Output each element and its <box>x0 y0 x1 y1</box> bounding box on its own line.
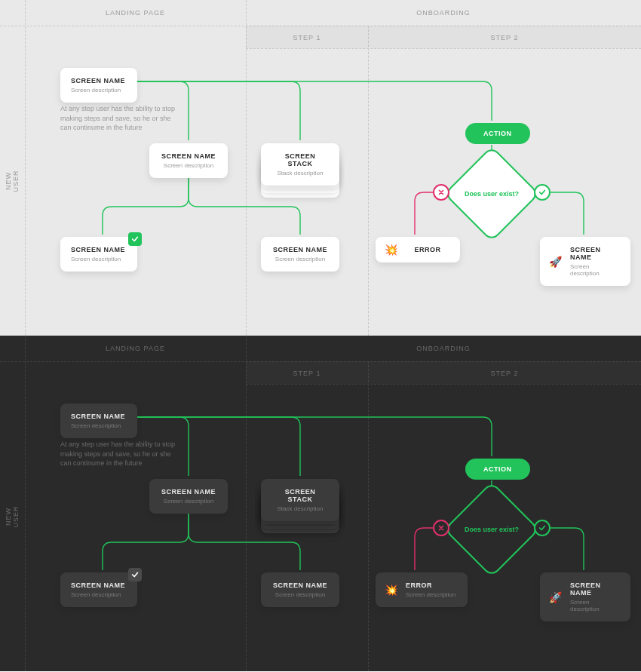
screen-card-error: 💥 ERROR Screen description <box>376 572 468 607</box>
action-label: ACTION <box>483 130 512 137</box>
card-title: SCREEN NAME <box>570 581 620 597</box>
check-icon <box>534 184 551 201</box>
card-desc: Screen description <box>160 162 217 169</box>
frame-line <box>25 0 26 336</box>
screen-card-leaf-ok: SCREEN NAME Screen description <box>60 572 137 607</box>
card-title: SCREEN NAME <box>160 152 217 160</box>
card-desc: Screen description <box>271 256 329 262</box>
check-badge-icon <box>128 568 142 581</box>
collision-icon: 💥 <box>385 584 397 596</box>
column-header-onboarding: ONBOARDING <box>246 345 641 352</box>
screen-card-final: 🚀 SCREEN NAME Screen description <box>540 237 630 286</box>
card-desc: Screen description <box>160 498 217 505</box>
check-badge-icon <box>128 232 142 246</box>
card-desc: Stack description <box>271 170 329 176</box>
card-title: SCREEN NAME <box>71 246 127 253</box>
column-header-landing: LANDING PAGE <box>25 345 246 352</box>
screen-card-leaf-plain: SCREEN NAME Screen description <box>261 237 339 272</box>
stack-top-card: SCREEN STACK Stack description <box>261 143 339 186</box>
card-desc: Screen description <box>71 256 127 262</box>
card-desc: Screen description <box>570 599 620 612</box>
close-icon <box>433 184 449 201</box>
screen-card-start: SCREEN NAME Screen description <box>60 68 137 103</box>
card-title: ERROR <box>406 581 457 589</box>
step-header-2: STEP 2 <box>368 34 641 41</box>
row-header-new-user: NEW USER <box>5 505 20 528</box>
column-header-landing: LANDING PAGE <box>25 9 246 17</box>
card-title: SCREEN NAME <box>71 77 127 84</box>
card-title: SCREEN STACK <box>271 152 329 167</box>
frame-line <box>246 0 247 336</box>
close-icon <box>433 520 449 536</box>
step-header-2: STEP 2 <box>368 370 641 377</box>
decision-diamond: Does user exist? <box>458 160 526 228</box>
card-desc: Screen description <box>71 87 127 94</box>
screen-stack: SCREEN STACK Stack description <box>261 143 339 196</box>
annotation-note: At any step user has the ability to stop… <box>60 104 181 133</box>
row-header-new-user: NEW USER <box>5 170 20 192</box>
check-icon <box>534 520 551 536</box>
frame-line <box>368 26 369 336</box>
screen-card-leaf-plain: SCREEN NAME Screen description <box>261 572 339 607</box>
card-title: SCREEN NAME <box>71 413 127 420</box>
card-desc: Screen description <box>71 591 127 598</box>
decision-diamond: Does user exist? <box>458 496 526 563</box>
screen-card-final: 🚀 SCREEN NAME Screen description <box>540 572 630 621</box>
frame-line <box>246 48 641 49</box>
decision-question: Does user exist? <box>458 496 526 563</box>
card-desc: Screen description <box>271 591 329 598</box>
card-title: SCREEN NAME <box>71 581 127 589</box>
screen-card-start: SCREEN NAME Screen description <box>60 404 137 438</box>
flow-diagram-light: LANDING PAGE ONBOARDING STEP 1 STEP 2 NE… <box>0 0 641 336</box>
rocket-icon: 🚀 <box>549 591 562 603</box>
stack-top-card: SCREEN STACK Stack description <box>261 479 339 521</box>
screen-card-error: 💥 ERROR <box>376 237 460 262</box>
card-title: SCREEN NAME <box>271 581 329 589</box>
card-title: SCREEN NAME <box>570 246 620 261</box>
card-desc: Screen description <box>406 591 457 598</box>
action-pill: ACTION <box>465 123 530 144</box>
action-pill: ACTION <box>465 459 530 480</box>
action-label: ACTION <box>483 465 512 473</box>
card-title: SCREEN NAME <box>271 246 329 253</box>
frame-line <box>246 336 247 671</box>
frame-line <box>25 336 26 671</box>
screen-card-mid: SCREEN NAME Screen description <box>149 479 228 514</box>
card-title: SCREEN NAME <box>160 488 217 496</box>
decision-question: Does user exist? <box>458 160 526 228</box>
collision-icon: 💥 <box>385 244 397 256</box>
card-title: SCREEN STACK <box>271 488 329 503</box>
rocket-icon: 🚀 <box>549 256 562 268</box>
column-header-onboarding: ONBOARDING <box>246 9 641 17</box>
card-desc: Screen description <box>570 263 620 277</box>
step-header-1: STEP 1 <box>246 34 368 41</box>
frame-line <box>368 361 369 671</box>
card-desc: Stack description <box>271 505 329 512</box>
screen-card-mid: SCREEN NAME Screen description <box>149 143 228 178</box>
screen-stack: SCREEN STACK Stack description <box>261 479 339 532</box>
annotation-note: At any step user has the ability to stop… <box>60 440 181 468</box>
card-title: ERROR <box>406 246 449 253</box>
step-header-1: STEP 1 <box>246 370 368 377</box>
screen-card-leaf-ok: SCREEN NAME Screen description <box>60 237 137 272</box>
card-desc: Screen description <box>71 422 127 429</box>
frame-line <box>246 384 641 385</box>
flow-diagram-dark: LANDING PAGE ONBOARDING STEP 1 STEP 2 NE… <box>0 336 641 671</box>
